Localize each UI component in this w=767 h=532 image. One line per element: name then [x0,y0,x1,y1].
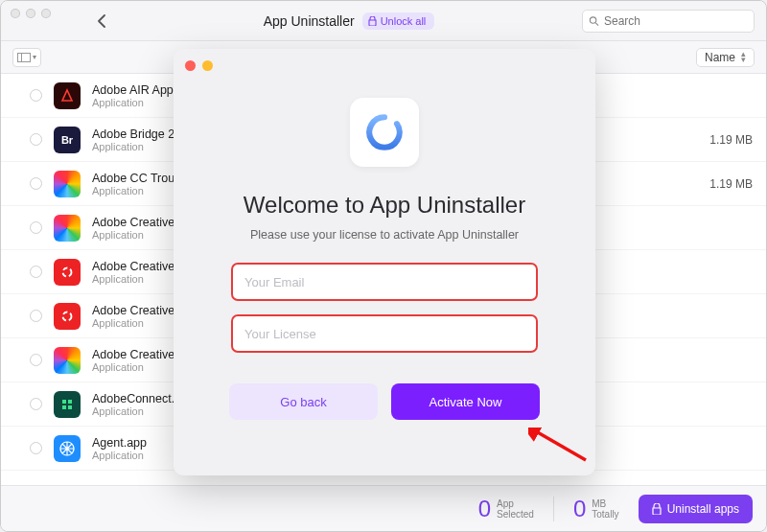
traffic-zoom[interactable] [41,9,51,18]
svg-rect-6 [62,400,66,404]
app-icon: Br [54,127,81,153]
stat-total: 0 MB Totally [573,496,619,522]
stat-selected: 0 App Selected [478,496,534,522]
sort-chevrons-icon: ▴▾ [741,52,746,62]
app-icon [54,435,81,462]
sort-dropdown[interactable]: Name ▴▾ [696,48,755,67]
app-title: App Uninstaller [264,13,355,29]
back-button[interactable] [87,9,116,34]
view-mode-toggle[interactable]: ▾ [12,48,41,67]
lock-icon [652,503,662,515]
row-size: 1.19 MB [686,177,753,191]
row-checkbox[interactable] [30,442,42,454]
traffic-minimize[interactable] [26,9,35,18]
app-icon [54,171,81,197]
app-icon [54,259,81,286]
svg-point-5 [63,312,72,320]
search-field[interactable] [582,10,755,33]
row-checkbox[interactable] [30,398,42,410]
license-field-wrap[interactable] [231,314,538,353]
app-icon [54,303,81,330]
total-label-bottom: Totally [592,509,618,520]
unlock-label: Unlock all [381,15,427,27]
modal-subtitle: Please use your license to activate App … [250,228,519,242]
row-size: 1.19 MB [686,133,753,147]
chevron-down-icon: ▾ [33,53,36,61]
chevron-left-icon [96,14,107,28]
activate-now-label: Activate Now [430,395,502,409]
total-count: 0 [573,496,586,522]
lock-icon [368,16,377,26]
app-logo [350,98,419,167]
traffic-close[interactable] [11,9,20,18]
row-checkbox[interactable] [30,221,42,234]
row-checkbox[interactable] [30,310,42,322]
modal-button-row: Go back Activate Now [229,383,540,420]
go-back-button[interactable]: Go back [229,383,378,420]
row-checkbox[interactable] [30,354,42,366]
circle-logo-icon [364,112,405,152]
uninstall-apps-button[interactable]: Uninstall apps [639,495,753,523]
main-toolbar: App Uninstaller Unlock all [1,1,766,41]
email-field[interactable] [244,275,524,289]
svg-rect-9 [68,405,72,409]
bottom-bar: 0 App Selected 0 MB Totally Uninstall ap… [1,485,766,531]
app-icon [54,215,81,242]
uninstall-label: Uninstall apps [667,502,739,516]
license-field[interactable] [244,327,524,341]
row-checkbox[interactable] [30,177,42,190]
svg-point-4 [63,267,72,276]
stat-divider [553,497,554,521]
search-icon [589,15,599,27]
selected-label-bottom: Selected [497,509,534,520]
svg-rect-2 [18,53,22,61]
svg-rect-3 [22,53,31,61]
layout-icon [17,53,31,62]
modal-traffic-lights [174,58,595,71]
selected-label-top: App [497,498,534,509]
modal-close[interactable] [185,60,196,71]
row-checkbox[interactable] [30,133,42,146]
svg-rect-7 [68,400,72,404]
main-window-traffic-lights [11,9,51,18]
go-back-label: Go back [280,395,326,409]
total-label-top: MB [592,498,618,509]
svg-rect-8 [62,405,66,409]
svg-point-0 [590,16,595,22]
unlock-all-badge[interactable]: Unlock all [362,12,435,30]
search-input[interactable] [604,14,748,28]
activation-modal: Welcome to App Uninstaller Please use yo… [174,49,595,475]
modal-heading: Welcome to App Uninstaller [244,192,525,219]
app-icon [54,391,81,418]
modal-minimize[interactable] [202,60,213,71]
activate-now-button[interactable]: Activate Now [391,383,540,420]
row-checkbox[interactable] [30,89,42,102]
svg-line-1 [595,22,598,25]
sort-value: Name [705,51,735,64]
title-area: App Uninstaller Unlock all [128,12,570,30]
row-checkbox[interactable] [30,266,42,278]
app-icon [54,347,81,374]
email-field-wrap[interactable] [231,263,538,301]
app-icon [54,82,81,109]
selected-count: 0 [478,496,491,522]
